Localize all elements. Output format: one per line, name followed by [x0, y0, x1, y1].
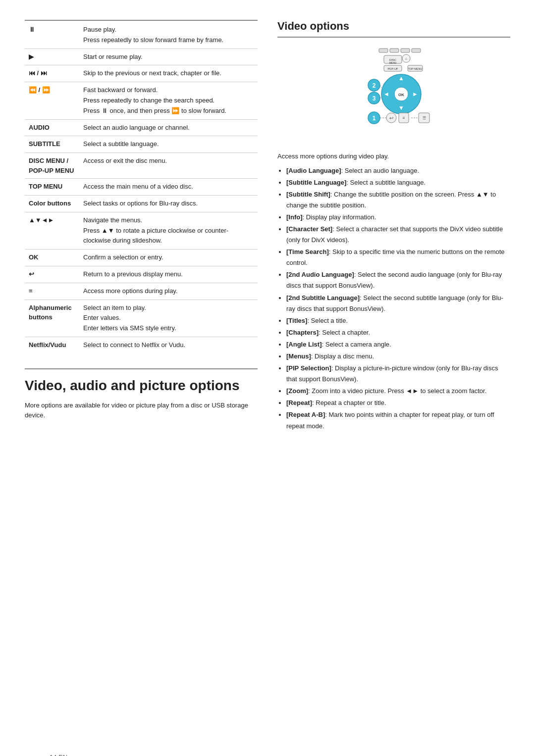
table-row: ▲▼◄►Navigate the menus. Press ▲▼ to rota…: [25, 212, 258, 249]
left-column: ⏸Pause play. Press repeatedly to slow fo…: [25, 20, 258, 433]
option-key: [Angle List]: [286, 341, 322, 348]
option-item: [Titles]: Select a title.: [286, 315, 510, 326]
table-row: SUBTITLESelect a subtitle language.: [25, 136, 258, 153]
option-key: [Info]: [286, 213, 302, 221]
option-key: [2nd Audio Language]: [286, 271, 354, 278]
option-item: [Info]: Display play information.: [286, 212, 510, 223]
table-row: AUDIOSelect an audio language or channel…: [25, 119, 258, 136]
button-description: Pause play. Press repeatedly to slow for…: [79, 20, 258, 49]
button-label: ⏸: [25, 20, 79, 49]
option-item: [Angle List]: Select a camera angle.: [286, 339, 510, 350]
section-title: Video, audio and picture options: [25, 368, 258, 394]
table-row: TOP MENUAccess the main menu of a video …: [25, 179, 258, 196]
option-key: [Subtitle Shift]: [286, 191, 330, 198]
svg-text:POP-UP: POP-UP: [387, 67, 398, 70]
svg-rect-0: [379, 49, 388, 52]
button-label: SUBTITLE: [25, 136, 79, 153]
svg-text:▲: ▲: [398, 75, 404, 82]
button-description: Navigate the menus. Press ▲▼ to rotate a…: [79, 212, 258, 249]
button-label: Color buttons: [25, 195, 79, 212]
option-item: [2nd Subtitle Language]: Select the seco…: [286, 293, 510, 314]
page-footer: 14 EN: [50, 754, 67, 756]
button-description: Fast backward or forward. Press repeated…: [79, 82, 258, 119]
button-label: ▲▼◄►: [25, 212, 79, 249]
svg-rect-3: [412, 49, 421, 52]
option-item: [Repeat]: Repeat a chapter or title.: [286, 398, 510, 408]
button-description: Confirm a selection or entry.: [79, 250, 258, 266]
svg-text:►: ►: [412, 91, 418, 98]
option-desc: : Select a subtitle language.: [346, 179, 426, 186]
option-item: [Menus]: Display a disc menu.: [286, 351, 510, 362]
svg-text:☰: ☰: [423, 116, 426, 120]
svg-text:↩: ↩: [389, 115, 393, 121]
option-key: [2nd Subtitle Language]: [286, 294, 360, 302]
option-key: [Repeat A-B]: [286, 411, 325, 418]
button-description: Access or exit the disc menu.: [79, 153, 258, 179]
button-description: Select an item to play. Enter values. En…: [79, 300, 258, 337]
page-lang: EN: [58, 754, 67, 756]
option-item: [Audio Language]: Select an audio langua…: [286, 165, 510, 176]
option-desc: : Repeat a chapter or title.: [312, 399, 386, 406]
access-desc: Access more options during video play.: [277, 151, 510, 161]
button-description: Access the main menu of a video disc.: [79, 179, 258, 196]
option-item: [Time Search]: Skip to a specific time v…: [286, 247, 510, 268]
option-item: [Zoom]: Zoom into a video picture. Press…: [286, 386, 510, 397]
page-number: 14: [50, 754, 58, 756]
option-item: [PIP Selection]: Display a picture-in-pi…: [286, 363, 510, 385]
svg-line-22: [380, 85, 382, 88]
svg-text:⌂: ⌂: [405, 56, 408, 61]
svg-text:OK: OK: [398, 93, 404, 97]
video-options-title: Video options: [277, 20, 510, 38]
button-label: DISC MENU / POP-UP MENU: [25, 153, 79, 179]
button-description: Select to connect to Netflix or Vudu.: [79, 337, 258, 353]
button-description: Access more options during play.: [79, 283, 258, 300]
table-row: ≡Access more options during play.: [25, 283, 258, 300]
button-description: Select tasks or options for Blu-ray disc…: [79, 195, 258, 212]
svg-text:3: 3: [373, 95, 376, 102]
table-row: Color buttonsSelect tasks or options for…: [25, 195, 258, 212]
option-item: [Subtitle Shift]: Change the subtitle po…: [286, 189, 510, 211]
button-description: Start or resume play.: [79, 49, 258, 65]
option-key: [Chapters]: [286, 329, 319, 336]
remote-diagram: DISC MENU ⌂ POP-UP TOP MENU OK ▲ ▼: [277, 45, 510, 144]
svg-text:◄: ◄: [383, 91, 389, 98]
svg-text:≡: ≡: [403, 116, 405, 120]
table-row: OKConfirm a selection or entry.: [25, 250, 258, 266]
button-description: Return to a previous display menu.: [79, 266, 258, 283]
table-row: ⏸Pause play. Press repeatedly to slow fo…: [25, 20, 258, 49]
option-desc: : Display play information.: [302, 213, 376, 221]
button-label: ⏮ / ⏭: [25, 65, 79, 82]
button-label: ⏪ / ⏩: [25, 82, 79, 119]
button-table: ⏸Pause play. Press repeatedly to slow fo…: [25, 20, 258, 353]
option-key: [Subtitle Language]: [286, 179, 346, 186]
button-label: ≡: [25, 283, 79, 300]
options-list: [Audio Language]: Select an audio langua…: [277, 165, 510, 432]
svg-text:TOP MENU: TOP MENU: [408, 67, 423, 70]
option-item: [Repeat A-B]: Mark two points within a c…: [286, 409, 510, 431]
right-column: Video options DISC MENU ⌂ POP-UP: [277, 20, 510, 433]
table-row: ↩Return to a previous display menu.: [25, 266, 258, 283]
option-desc: : Select a title.: [307, 317, 348, 324]
section-desc: More options are available for video or …: [25, 401, 258, 420]
button-label: TOP MENU: [25, 179, 79, 196]
button-description: Select an audio language or channel.: [79, 119, 258, 136]
option-key: [Titles]: [286, 317, 307, 324]
option-item: [2nd Audio Language]: Select the second …: [286, 269, 510, 291]
svg-text:▼: ▼: [398, 104, 404, 111]
svg-text:MENU: MENU: [389, 61, 397, 64]
button-label: AUDIO: [25, 119, 79, 136]
option-key: [Audio Language]: [286, 167, 341, 174]
svg-text:2: 2: [373, 82, 376, 89]
option-key: [Menus]: [286, 353, 311, 360]
option-item: [Subtitle Language]: Select a subtitle l…: [286, 177, 510, 188]
option-key: [Time Search]: [286, 248, 329, 255]
table-row: Netflix/VuduSelect to connect to Netflix…: [25, 337, 258, 353]
svg-text:1: 1: [373, 115, 376, 122]
option-item: [Character Set]: Select a character set …: [286, 224, 510, 246]
button-description: Skip to the previous or next track, chap…: [79, 65, 258, 82]
button-label: Alphanumeric buttons: [25, 300, 79, 337]
option-desc: : Select a chapter.: [319, 329, 370, 336]
table-row: ⏮ / ⏭Skip to the previous or next track,…: [25, 65, 258, 82]
svg-rect-2: [401, 49, 410, 52]
table-row: Alphanumeric buttonsSelect an item to pl…: [25, 300, 258, 337]
